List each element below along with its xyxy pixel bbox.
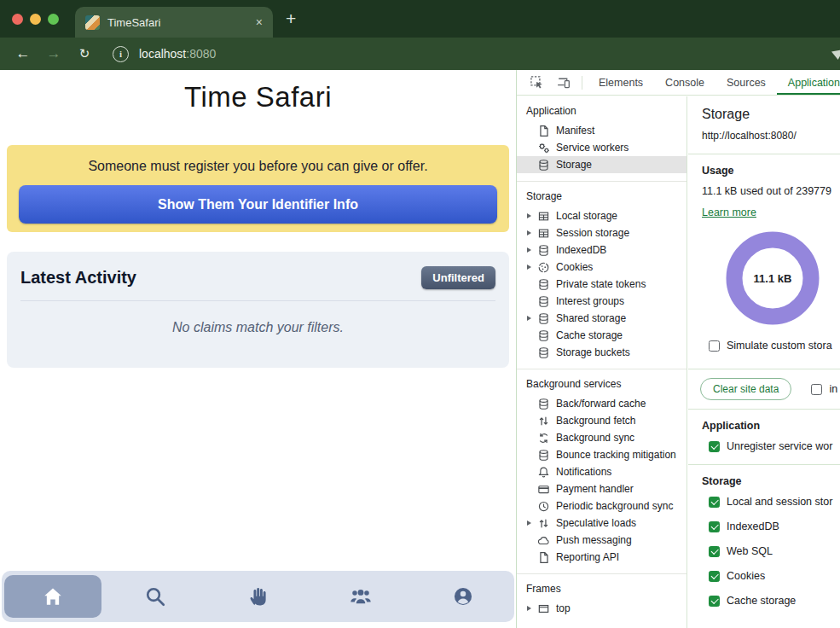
- storage-panel-title: Storage: [702, 107, 840, 122]
- tree-item-background-fetch[interactable]: Background fetch: [517, 412, 686, 429]
- usage-block: Usage 11.1 kB used out of 239779 Learn m…: [688, 154, 840, 369]
- expander-icon[interactable]: [527, 606, 536, 611]
- checkbox-checked-icon[interactable]: [709, 441, 720, 452]
- unfiltered-button[interactable]: Unfiltered: [421, 266, 495, 289]
- checkbox-checked-icon[interactable]: [709, 571, 720, 582]
- usage-text: 11.1 kB used out of 239779: [702, 185, 840, 197]
- tree-item-session-storage[interactable]: Session storage: [517, 224, 686, 241]
- clear-site-data-button[interactable]: Clear site data: [700, 378, 791, 400]
- close-window-button[interactable]: [12, 14, 23, 25]
- address-bar[interactable]: localhost:8080: [139, 47, 216, 61]
- checkbox-row-unregister-service-wor[interactable]: Unregister service wor: [709, 440, 840, 452]
- page-title: Time Safari: [0, 81, 516, 113]
- database-icon: [537, 312, 550, 325]
- tree-item-payment-handler[interactable]: Payment handler: [517, 480, 686, 497]
- database-icon: [537, 278, 550, 291]
- nav-search-button[interactable]: [107, 575, 204, 618]
- checkbox-label: Cache storage: [727, 595, 796, 607]
- tree-item-label: Cache storage: [556, 329, 623, 341]
- tree-item-label: Storage buckets: [556, 346, 630, 358]
- site-info-icon[interactable]: i: [113, 46, 129, 62]
- devtools-tab-console[interactable]: Console: [654, 70, 715, 95]
- expander-icon[interactable]: [527, 230, 536, 236]
- devtools-tab-application[interactable]: Application: [777, 70, 840, 95]
- checkbox-row-cache-storage[interactable]: Cache storage: [709, 595, 840, 607]
- checkbox-checked-icon[interactable]: [709, 521, 720, 532]
- inspect-element-icon[interactable]: [530, 75, 544, 90]
- application-heading: Application: [702, 420, 840, 432]
- forward-icon[interactable]: →: [44, 45, 63, 62]
- devtools-tab-elements[interactable]: Elements: [588, 70, 654, 95]
- expander-icon[interactable]: [527, 316, 536, 321]
- gears-icon: [537, 142, 550, 154]
- checkbox-unchecked-icon[interactable]: [811, 384, 822, 395]
- tree-item-background-sync[interactable]: Background sync: [517, 429, 686, 446]
- tree-item-private-state-tokens[interactable]: Private state tokens: [517, 276, 686, 293]
- reload-icon[interactable]: ↻: [75, 46, 94, 61]
- devtools-tab-sources[interactable]: Sources: [715, 70, 777, 95]
- checkbox-unchecked-icon[interactable]: [709, 340, 720, 352]
- tree-item-indexeddb[interactable]: IndexedDB: [517, 241, 686, 259]
- tree-item-storage[interactable]: Storage: [517, 156, 686, 173]
- checkbox-checked-icon[interactable]: [709, 546, 720, 557]
- database-icon: [537, 329, 550, 342]
- tree-item-service-workers[interactable]: Service workers: [517, 139, 686, 156]
- tree-item-label: Background fetch: [556, 415, 635, 427]
- database-icon: [537, 244, 550, 257]
- tree-item-back-forward-cache[interactable]: Back/forward cache: [517, 395, 686, 412]
- donut-value-label: 11.1 kB: [726, 231, 820, 325]
- nav-hand-button[interactable]: [209, 575, 306, 618]
- expander-icon[interactable]: [527, 213, 536, 218]
- expander-icon[interactable]: [527, 265, 536, 270]
- tree-item-manifest[interactable]: Manifest: [517, 122, 686, 139]
- minimize-window-button[interactable]: [30, 14, 41, 25]
- tree-item-cookies[interactable]: Cookies: [517, 259, 686, 276]
- page-content: Time Safari Someone must register you be…: [0, 70, 516, 628]
- browser-tab[interactable]: TimeSafari ×: [75, 7, 273, 38]
- document-icon: [537, 125, 550, 137]
- home-icon: [42, 585, 64, 608]
- nav-profile-button[interactable]: [414, 575, 512, 618]
- usage-donut-chart: 11.1 kB: [726, 231, 820, 325]
- nav-people-button[interactable]: [312, 575, 409, 618]
- tree-item-local-storage[interactable]: Local storage: [517, 207, 686, 224]
- clock-icon: [537, 500, 550, 513]
- checkbox-checked-icon[interactable]: [709, 497, 720, 508]
- url-host: localhost: [139, 47, 186, 61]
- tree-item-periodic-background-sync[interactable]: Periodic background sync: [517, 497, 686, 515]
- tree-item-shared-storage[interactable]: Shared storage: [517, 310, 686, 327]
- tree-item-storage-buckets[interactable]: Storage buckets: [517, 344, 686, 361]
- tab-close-icon[interactable]: ×: [256, 16, 263, 28]
- device-toolbar-icon[interactable]: [556, 75, 571, 90]
- tree-item-push-messaging[interactable]: Push messaging: [517, 532, 686, 549]
- tree-item-cache-storage[interactable]: Cache storage: [517, 327, 686, 344]
- nav-home-button[interactable]: [4, 575, 101, 618]
- checkbox-checked-icon[interactable]: [709, 596, 720, 607]
- back-icon[interactable]: ←: [14, 45, 32, 62]
- tree-item-top[interactable]: top: [517, 600, 686, 617]
- learn-more-link[interactable]: Learn more: [702, 206, 756, 218]
- tree-item-label: Push messaging: [556, 534, 632, 546]
- including-label: in: [829, 383, 837, 395]
- tree-item-speculative-loads[interactable]: Speculative loads: [517, 515, 686, 532]
- tree-item-interest-groups[interactable]: Interest groups: [517, 293, 686, 310]
- zoom-window-button[interactable]: [48, 14, 59, 25]
- checkbox-row-indexeddb[interactable]: IndexedDB: [709, 520, 840, 532]
- profile-icon: [452, 585, 474, 608]
- expander-icon[interactable]: [527, 520, 536, 526]
- browser-tab-strip: TimeSafari × +: [0, 0, 840, 38]
- show-identifier-button[interactable]: Show Them Your Identifier Info: [19, 185, 497, 224]
- new-tab-button[interactable]: +: [286, 9, 296, 29]
- checkbox-label: Cookies: [727, 570, 765, 582]
- checkbox-row-cookies[interactable]: Cookies: [709, 570, 840, 582]
- expander-icon[interactable]: [527, 247, 536, 253]
- storage-header-block: Storage http://localhost:8080/: [688, 96, 840, 154]
- tree-item-reporting-api[interactable]: Reporting API: [517, 549, 686, 566]
- simulate-quota-checkbox-row[interactable]: Simulate custom stora: [709, 340, 840, 352]
- tree-item-label: Manifest: [556, 125, 594, 137]
- checkbox-label: IndexedDB: [727, 520, 779, 532]
- checkbox-row-web-sql[interactable]: Web SQL: [709, 545, 840, 557]
- tree-item-notifications[interactable]: Notifications: [517, 463, 686, 480]
- tree-item-bounce-tracking-mitigation[interactable]: Bounce tracking mitigation: [517, 446, 686, 463]
- checkbox-row-local-and-session-stor[interactable]: Local and session stor: [709, 496, 840, 508]
